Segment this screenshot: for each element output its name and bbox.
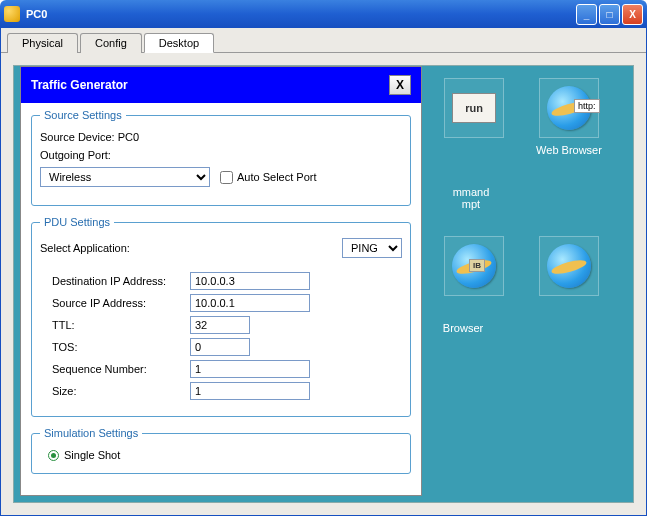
ttl-input[interactable] (190, 316, 250, 334)
tos-input[interactable] (190, 338, 250, 356)
dialog-close-button[interactable]: X (389, 75, 411, 95)
desktop-icon-browser3[interactable] (524, 236, 614, 302)
source-settings-group: Source Settings Source Device: PC0 Outgo… (31, 109, 411, 206)
dest-ip-label: Destination IP Address: (52, 275, 190, 287)
pdu-settings-legend: PDU Settings (40, 216, 114, 228)
single-shot-radio[interactable] (48, 450, 59, 461)
icon-label: Web Browser (524, 144, 614, 156)
ttl-label: TTL: (52, 319, 190, 331)
src-ip-label: Source IP Address: (52, 297, 190, 309)
tab-bar: Physical Config Desktop (1, 28, 646, 53)
desktop-icon-web-browser[interactable]: http: Web Browser (524, 78, 614, 156)
desktop-icon-cmd-partial[interactable]: mmand mpt (426, 186, 516, 210)
browser-icon (547, 244, 591, 288)
http-label: http: (574, 99, 600, 113)
window-close-button[interactable]: X (622, 4, 643, 25)
tab-physical[interactable]: Physical (7, 33, 78, 53)
dialog-body: Source Settings Source Device: PC0 Outgo… (21, 103, 421, 495)
tab-desktop[interactable]: Desktop (144, 33, 214, 53)
window-title: PC0 (26, 8, 574, 20)
tab-config[interactable]: Config (80, 33, 142, 53)
simulation-settings-legend: Simulation Settings (40, 427, 142, 439)
maximize-button[interactable]: □ (599, 4, 620, 25)
source-device-label: Source Device: PC0 (40, 131, 139, 143)
application-select[interactable]: PING (342, 238, 402, 258)
size-label: Size: (52, 385, 190, 397)
outgoing-port-label: Outgoing Port: (40, 149, 111, 161)
icon-label: Browser (428, 322, 498, 334)
source-settings-legend: Source Settings (40, 109, 126, 121)
auto-select-port-checkbox[interactable] (220, 171, 233, 184)
ib-label: IB (469, 259, 485, 272)
desktop-area: run http: Web Browser mmand mpt IB Brows… (13, 65, 634, 503)
seq-label: Sequence Number: (52, 363, 190, 375)
tos-label: TOS: (52, 341, 190, 353)
desktop-icon-ib[interactable]: IB (429, 236, 519, 302)
seq-input[interactable] (190, 360, 310, 378)
desktop-icon-browser2-partial[interactable]: Browser (428, 322, 498, 334)
dest-ip-input[interactable] (190, 272, 310, 290)
traffic-generator-dialog: Traffic Generator X Source Settings Sour… (20, 66, 422, 496)
size-input[interactable] (190, 382, 310, 400)
auto-select-port-label: Auto Select Port (237, 171, 317, 183)
titlebar: PC0 _ □ X (0, 0, 647, 28)
icon-label: mmand mpt (426, 186, 516, 210)
window-body: Physical Config Desktop run http: Web Br… (0, 28, 647, 516)
outgoing-port-select[interactable]: Wireless (40, 167, 210, 187)
simulation-settings-group: Simulation Settings Single Shot (31, 427, 411, 474)
dialog-title: Traffic Generator (31, 78, 128, 92)
pdu-settings-group: PDU Settings Select Application: PING De… (31, 216, 411, 417)
run-icon: run (452, 93, 496, 123)
select-application-label: Select Application: (40, 242, 342, 254)
single-shot-label: Single Shot (64, 449, 120, 461)
desktop-icon-run[interactable]: run (429, 78, 519, 144)
src-ip-input[interactable] (190, 294, 310, 312)
dialog-header: Traffic Generator X (21, 67, 421, 103)
app-icon (4, 6, 20, 22)
minimize-button[interactable]: _ (576, 4, 597, 25)
